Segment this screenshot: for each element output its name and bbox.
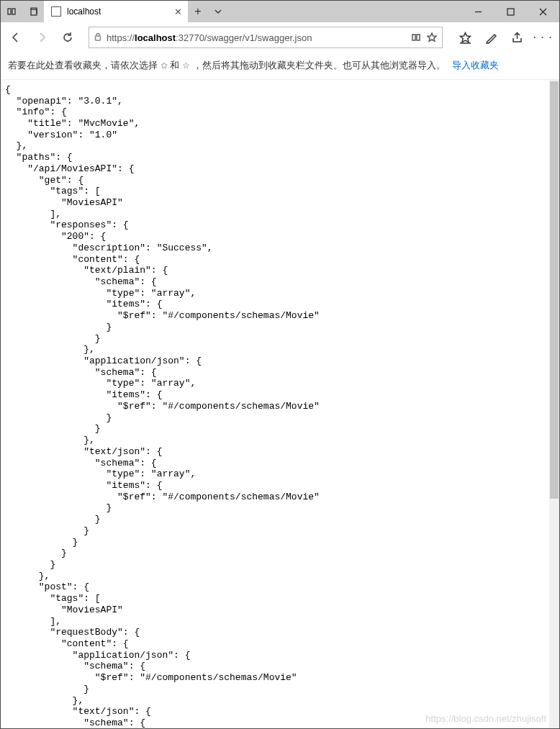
set-aside-tabs-icon[interactable]: [1, 1, 22, 22]
titlebar: localhost ✕ +: [1, 1, 559, 22]
notes-icon[interactable]: [479, 27, 503, 48]
window-controls: [462, 1, 559, 22]
svg-rect-1: [12, 9, 15, 14]
maximize-button[interactable]: [494, 1, 527, 22]
json-body: { "openapi": "3.0.1", "info": { "title":…: [1, 80, 549, 728]
svg-rect-2: [31, 9, 37, 15]
browser-window: localhost ✕ + h: [0, 0, 560, 729]
svg-rect-7: [96, 36, 101, 40]
tab-title: localhost: [67, 6, 101, 17]
new-tab-button[interactable]: +: [188, 5, 208, 18]
favprompt-text-mid: 和: [170, 60, 182, 71]
svg-rect-4: [507, 9, 514, 15]
tab-dropdown-icon[interactable]: [208, 7, 228, 16]
svg-rect-0: [8, 9, 11, 14]
svg-marker-9: [460, 32, 470, 42]
favprompt-star-icon-2: ☆: [182, 60, 190, 71]
favorites-bar-prompt: 若要在此处查看收藏夹，请依次选择 ✩ 和 ☆ ，然后将其拖动到收藏夹栏文件夹。也…: [1, 53, 559, 80]
more-menu-icon[interactable]: · · ·: [530, 27, 555, 48]
url-host: localhost: [135, 32, 176, 43]
url-rest: :32770/swagger/v1/swagger.json: [176, 32, 312, 43]
tabbar-right: +: [188, 1, 228, 22]
titlebar-left-icons: [1, 1, 44, 22]
forward-button[interactable]: [31, 27, 53, 48]
close-window-button[interactable]: [527, 1, 559, 22]
toolbar-right-icons: · · ·: [453, 27, 555, 48]
back-button[interactable]: [5, 27, 27, 48]
favprompt-text-before: 若要在此处查看收藏夹，请依次选择: [8, 60, 161, 71]
tab-close-icon[interactable]: ✕: [174, 6, 182, 17]
url-text: https://localhost:32770/swagger/v1/swagg…: [107, 32, 406, 43]
favprompt-star-icon-1: ✩: [161, 60, 168, 71]
favorites-hub-icon[interactable]: [453, 27, 477, 48]
favprompt-text-after: ，然后将其拖动到收藏夹栏文件夹。也可从其他浏览器导入。: [193, 60, 446, 71]
refresh-button[interactable]: [57, 27, 78, 48]
favorite-star-icon[interactable]: [426, 32, 438, 42]
lock-icon: [94, 32, 102, 43]
minimize-button[interactable]: [462, 1, 494, 22]
page-content: { "openapi": "3.0.1", "info": { "title":…: [1, 80, 549, 728]
vertical-scrollbar[interactable]: [549, 80, 559, 728]
tabs-overview-icon[interactable]: [22, 1, 44, 22]
import-favorites-link[interactable]: 导入收藏夹: [452, 60, 499, 71]
reading-view-icon[interactable]: [410, 32, 422, 42]
browser-tab[interactable]: localhost ✕: [44, 1, 188, 22]
scrollbar-thumb[interactable]: [550, 81, 559, 499]
share-icon[interactable]: [505, 27, 529, 48]
url-scheme: https://: [107, 32, 135, 43]
content-area: { "openapi": "3.0.1", "info": { "title":…: [1, 80, 559, 728]
address-bar: https://localhost:32770/swagger/v1/swagg…: [1, 22, 559, 53]
svg-marker-8: [428, 33, 436, 41]
url-input[interactable]: https://localhost:32770/swagger/v1/swagg…: [89, 27, 443, 48]
tab-favicon-icon: [51, 6, 61, 17]
